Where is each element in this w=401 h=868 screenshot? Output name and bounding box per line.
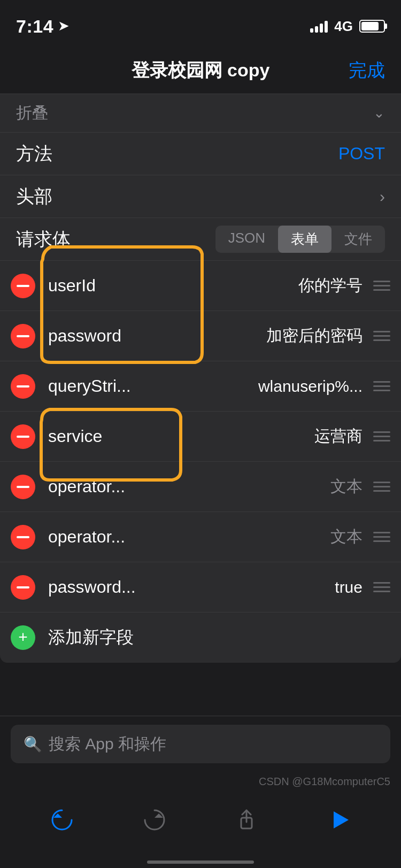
remove-userid-button[interactable]: [11, 274, 35, 298]
tab-json[interactable]: JSON: [215, 226, 278, 253]
back-button[interactable]: [41, 799, 83, 841]
plus-icon: +: [18, 629, 28, 645]
add-field-label: 添加新字段: [48, 626, 134, 649]
field-row-operator2: operator... 文本: [0, 512, 401, 562]
minus-icon: [17, 285, 29, 287]
bottom-toolbar: [0, 788, 401, 852]
remove-password-button[interactable]: [11, 324, 35, 348]
minus-icon: [17, 586, 29, 588]
tab-form[interactable]: 表单: [278, 226, 331, 253]
tab-file[interactable]: 文件: [331, 226, 385, 253]
field-value-service: 运营商: [314, 425, 363, 447]
fold-label: 折叠: [16, 102, 48, 124]
network-type: 4G: [334, 18, 353, 35]
location-icon: ➤: [58, 18, 70, 34]
svg-marker-2: [334, 811, 349, 828]
drag-handle-password-encrypt[interactable]: [373, 582, 390, 592]
minus-icon: [17, 335, 29, 337]
search-bar[interactable]: 🔍 搜索 App 和操作: [11, 725, 390, 763]
search-placeholder: 搜索 App 和操作: [49, 733, 166, 755]
forward-button[interactable]: [133, 799, 176, 841]
field-name-operator1: operator...: [48, 477, 330, 497]
nav-bar: 登录校园网 copy 完成: [0, 47, 401, 94]
drag-handle-userid[interactable]: [373, 281, 390, 291]
field-row-service: service 运营商: [0, 412, 401, 462]
add-field-row[interactable]: + 添加新字段: [0, 613, 401, 663]
field-name-service: service: [48, 427, 314, 446]
drag-handle-querystring[interactable]: [373, 381, 390, 391]
remove-operator1-button[interactable]: [11, 475, 35, 499]
method-label: 方法: [16, 142, 52, 166]
field-value-userid: 你的学号: [298, 275, 363, 297]
field-row-password-encrypt: password... true: [0, 562, 401, 613]
add-field-button[interactable]: +: [11, 625, 35, 650]
share-button[interactable]: [225, 799, 268, 841]
field-name-password: password: [48, 326, 266, 346]
minus-icon: [17, 536, 29, 538]
done-button[interactable]: 完成: [349, 58, 385, 83]
header-arrow-icon: ›: [380, 188, 385, 206]
field-row-password: password 加密后的密码: [0, 311, 401, 361]
status-time: 7:14: [16, 16, 53, 37]
search-area: 🔍 搜索 App 和操作: [0, 716, 401, 772]
remove-operator2-button[interactable]: [11, 525, 35, 549]
field-value-operator2: 文本: [330, 526, 363, 548]
field-row-userid: userId 你的学号: [0, 261, 401, 311]
request-body-row: 请求体 JSON 表单 文件: [0, 218, 401, 261]
minus-icon: [17, 486, 29, 488]
field-name-userid: userId: [48, 276, 298, 296]
drag-handle-operator1[interactable]: [373, 482, 390, 492]
field-row-operator1: operator... 文本: [0, 462, 401, 512]
remove-password-encrypt-button[interactable]: [11, 575, 35, 600]
minus-icon: [17, 436, 29, 438]
watermark: CSDN @G18McomputerC5: [259, 776, 390, 788]
method-value: POST: [338, 144, 385, 164]
drag-handle-password[interactable]: [373, 331, 390, 341]
remove-querystring-button[interactable]: [11, 374, 35, 399]
search-icon: 🔍: [24, 735, 42, 753]
field-name-querystring: queryStri...: [48, 376, 258, 396]
battery-icon: [359, 20, 385, 33]
nav-title: 登录校园网 copy: [132, 58, 270, 83]
drag-handle-operator2[interactable]: [373, 532, 390, 542]
minus-icon: [17, 385, 29, 387]
fold-chevron-icon: ⌄: [373, 105, 385, 121]
field-name-operator2: operator...: [48, 527, 330, 547]
method-row[interactable]: 方法 POST: [0, 133, 401, 175]
drag-handle-service[interactable]: [373, 431, 390, 441]
field-value-operator1: 文本: [330, 476, 363, 498]
header-label: 头部: [16, 184, 52, 209]
field-value-password: 加密后的密码: [266, 325, 363, 347]
field-value-querystring: wlanuserip%...: [258, 377, 363, 396]
field-name-password-encrypt: password...: [48, 577, 335, 597]
signal-icon: [310, 20, 328, 33]
status-icons: 4G: [310, 18, 385, 35]
request-body-label: 请求体: [16, 227, 71, 252]
field-value-password-encrypt: true: [335, 578, 363, 596]
remove-service-button[interactable]: [11, 424, 35, 449]
fold-row[interactable]: 折叠 ⌄: [0, 94, 401, 133]
tab-group: JSON 表单 文件: [215, 226, 385, 253]
status-bar: 7:14 ➤ 4G: [0, 0, 401, 47]
home-indicator: [147, 861, 254, 864]
field-row-querystring: queryStri... wlanuserip%...: [0, 361, 401, 412]
header-row[interactable]: 头部 ›: [0, 175, 401, 218]
play-button[interactable]: [318, 799, 360, 841]
